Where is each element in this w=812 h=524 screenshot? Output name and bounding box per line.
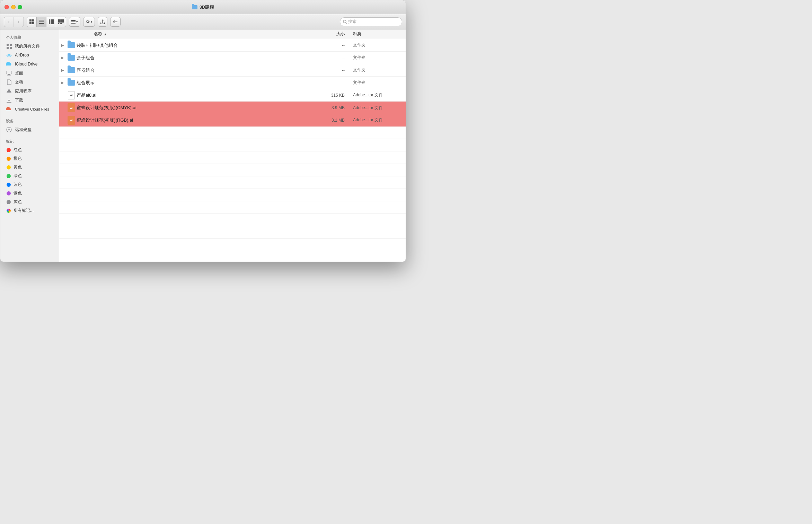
sidebar-item-airdrop[interactable]: AirDrop <box>2 51 58 60</box>
svg-rect-26 <box>10 47 12 49</box>
file-size: 315 KB <box>316 93 350 98</box>
folder-icon <box>68 55 75 61</box>
header-name[interactable]: 名称 ▲ <box>77 31 316 37</box>
expand-icon[interactable]: ▶ <box>59 52 66 64</box>
desktop-icon <box>6 70 12 76</box>
search-box[interactable]: 搜索 <box>340 17 402 26</box>
table-row-selected[interactable]: Ai 蜜蜂设计规范(初版)(CMYK).ai 3.9 MB Adobe...to… <box>59 102 406 114</box>
sidebar-item-tag-red[interactable]: 红色 <box>2 146 58 154</box>
view-icon-button[interactable] <box>27 17 37 27</box>
arrange-icon <box>71 20 76 24</box>
sidebar-item-label: 桌面 <box>15 70 23 76</box>
traffic-lights <box>5 5 22 9</box>
sidebar-item-tag-purple[interactable]: 紫色 <box>2 189 58 198</box>
file-size: -- <box>316 55 350 60</box>
table-row[interactable]: ▶ 组合展示 -- 文件夹 <box>59 77 406 89</box>
file-kind: 文件夹 <box>350 80 406 86</box>
svg-rect-4 <box>39 20 44 20</box>
sidebar-item-downloads[interactable]: 下载 <box>2 96 58 105</box>
svg-rect-29 <box>8 74 10 75</box>
folder-icon <box>68 80 75 86</box>
action-button[interactable]: ▾ <box>83 17 95 27</box>
table-row[interactable]: Ai 产品ai8.ai 315 KB Adobe...tor 文件 <box>59 89 406 102</box>
sidebar-item-optical[interactable]: 远程光盘 <box>2 125 58 134</box>
view-gallery-button[interactable] <box>56 17 66 27</box>
view-list-button[interactable] <box>37 17 46 27</box>
gear-icon <box>86 19 90 24</box>
svg-rect-20 <box>100 24 105 24</box>
file-size: 3.1 MB <box>316 118 350 123</box>
table-row[interactable]: ▶ 盒子组合 -- 文件夹 <box>59 52 406 64</box>
sidebar-item-tag-yellow[interactable]: 黄色 <box>2 163 58 172</box>
table-row[interactable]: ▶ 容器组合 -- 文件夹 <box>59 64 406 77</box>
svg-point-21 <box>343 20 346 23</box>
sidebar-item-icloud[interactable]: iCloud Drive <box>2 60 58 69</box>
orange-tag-dot <box>7 157 11 161</box>
table-row-selected[interactable]: Ai 蜜蜂设计规范(初版)(RGB).ai 3.1 MB Adobe...tor… <box>59 114 406 126</box>
back-button[interactable]: ‹ <box>4 17 14 27</box>
table-row-empty <box>59 151 406 164</box>
svg-rect-25 <box>7 47 9 49</box>
minimize-button[interactable] <box>11 5 16 9</box>
sidebar-item-label: 黄色 <box>14 164 22 170</box>
expand-icon[interactable]: ▶ <box>59 39 66 51</box>
path-button[interactable] <box>110 17 121 27</box>
sidebar-item-creative-cloud[interactable]: Creative Cloud Files <box>2 105 58 114</box>
svg-rect-1 <box>32 19 34 21</box>
expand-icon[interactable]: ▶ <box>59 77 66 89</box>
svg-point-32 <box>7 127 11 132</box>
title-text: 3D建模 <box>200 4 214 10</box>
file-list-header: 名称 ▲ 大小 种类 <box>59 29 406 39</box>
sidebar-personal-label: 个人收藏 <box>0 33 59 42</box>
sidebar-item-tag-green[interactable]: 绿色 <box>2 172 58 180</box>
sidebar-item-apps[interactable]: 应用程序 <box>2 87 58 96</box>
sidebar-tags-label: 标记 <box>0 137 59 146</box>
sidebar-item-desktop[interactable]: 桌面 <box>2 69 58 78</box>
table-row-empty <box>59 189 406 201</box>
svg-point-33 <box>8 129 10 130</box>
svg-line-22 <box>346 23 347 24</box>
svg-rect-6 <box>39 23 44 24</box>
column-view-icon <box>49 19 54 24</box>
maximize-button[interactable] <box>18 5 22 9</box>
folder-icon <box>68 67 75 73</box>
back-icon: ‹ <box>8 19 9 24</box>
ai-file-selected-icon: Ai <box>68 103 75 112</box>
sidebar-item-documents[interactable]: 文稿 <box>2 78 58 87</box>
expand-icon[interactable]: ▶ <box>59 64 66 76</box>
sidebar-item-label: iCloud Drive <box>15 62 37 67</box>
main-area: 个人收藏 我的所有文件 AirD <box>0 29 406 262</box>
search-placeholder: 搜索 <box>348 19 356 25</box>
arrange-button[interactable]: ▾ <box>69 17 80 27</box>
file-kind: Adobe...tor 文件 <box>350 117 406 123</box>
file-size: -- <box>316 68 350 73</box>
ai-file-icon-container: Ai <box>66 89 77 101</box>
share-button[interactable] <box>98 17 107 27</box>
table-row[interactable]: ▶ 袋装+卡装+其他组合 -- 文件夹 <box>59 39 406 52</box>
finder-window: 3D建模 ‹ › <box>0 0 406 262</box>
path-icon <box>113 20 118 24</box>
sidebar-item-tag-blue[interactable]: 蓝色 <box>2 180 58 189</box>
header-kind[interactable]: 种类 <box>350 31 406 37</box>
sort-arrow-icon: ▲ <box>104 32 107 36</box>
ai-file-selected-icon-container: Ai <box>66 114 77 126</box>
sidebar-item-all-tags[interactable]: 所有标记... <box>2 206 58 215</box>
file-size: 3.9 MB <box>316 105 350 110</box>
close-button[interactable] <box>5 5 9 9</box>
svg-rect-17 <box>71 23 76 24</box>
svg-rect-11 <box>61 19 64 23</box>
sidebar-item-all-files[interactable]: 我的所有文件 <box>2 42 58 51</box>
sidebar-item-tag-gray[interactable]: 灰色 <box>2 198 58 206</box>
svg-rect-28 <box>6 71 12 74</box>
view-column-button[interactable] <box>46 17 56 27</box>
folder-icon <box>68 42 75 48</box>
action-chevron-icon: ▾ <box>91 20 92 24</box>
expand-spacer <box>59 114 66 126</box>
file-name: 袋装+卡装+其他组合 <box>77 42 316 49</box>
forward-button[interactable]: › <box>14 17 24 27</box>
svg-rect-14 <box>61 23 62 24</box>
sidebar-item-tag-orange[interactable]: 橙色 <box>2 154 58 163</box>
red-tag-dot <box>7 148 11 152</box>
gallery-view-icon <box>58 19 64 24</box>
header-size[interactable]: 大小 <box>316 31 350 37</box>
